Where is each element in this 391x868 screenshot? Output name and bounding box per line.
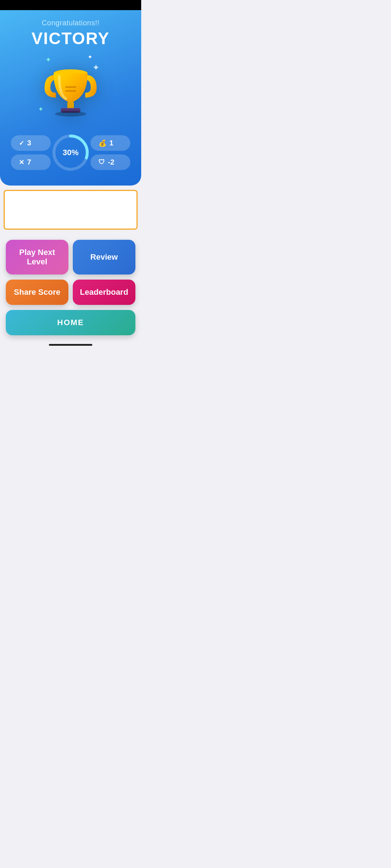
trophy-container: ✦ ✦ ✦ ✦ xyxy=(34,52,107,124)
svg-point-5 xyxy=(55,111,86,116)
victory-title: VICTORY xyxy=(31,29,110,48)
correct-badge: ✓ 3 xyxy=(11,135,51,151)
shield-icon: 🛡 xyxy=(98,158,105,166)
congratulations-text: Congratulations!! xyxy=(42,19,100,27)
check-icon: ✓ xyxy=(19,139,24,147)
coins-badge: 💰 1 xyxy=(91,135,130,151)
play-next-level-button[interactable]: Play Next Level xyxy=(6,240,68,275)
svg-rect-1 xyxy=(65,86,76,88)
percent-text: 30% xyxy=(63,148,79,157)
wrong-count: 7 xyxy=(27,158,31,166)
correct-count: 3 xyxy=(27,139,31,147)
status-bar xyxy=(0,0,141,10)
right-stats: 💰 1 🛡 -2 xyxy=(91,135,130,170)
cross-icon: ✕ xyxy=(19,158,24,166)
shield-badge: 🛡 -2 xyxy=(91,154,130,170)
top-button-row: Play Next Level Review xyxy=(6,240,135,275)
coins-count: 1 xyxy=(109,139,113,147)
coin-icon: 💰 xyxy=(98,139,106,147)
review-button[interactable]: Review xyxy=(73,240,135,275)
bottom-button-row: Share Score Leaderboard xyxy=(6,280,135,305)
share-score-button[interactable]: Share Score xyxy=(6,280,68,305)
buttons-section: Play Next Level Review Share Score Leade… xyxy=(0,234,141,340)
wrong-badge: ✕ 7 xyxy=(11,154,51,170)
home-bar xyxy=(49,344,92,346)
leaderboard-button[interactable]: Leaderboard xyxy=(73,280,135,305)
home-button[interactable]: HOME xyxy=(6,310,135,335)
svg-rect-3 xyxy=(67,102,74,109)
trophy-icon xyxy=(38,55,103,120)
hero-section: Congratulations!! VICTORY ✦ ✦ ✦ ✦ xyxy=(0,10,141,186)
svg-rect-2 xyxy=(65,90,76,92)
home-indicator xyxy=(0,340,141,349)
shield-count: -2 xyxy=(108,158,114,166)
stats-row: ✓ 3 ✕ 7 30% 💰 1 🛡 xyxy=(7,133,134,173)
circle-progress: 30% xyxy=(51,133,91,173)
ad-placeholder xyxy=(4,190,138,230)
left-stats: ✓ 3 ✕ 7 xyxy=(11,135,51,170)
